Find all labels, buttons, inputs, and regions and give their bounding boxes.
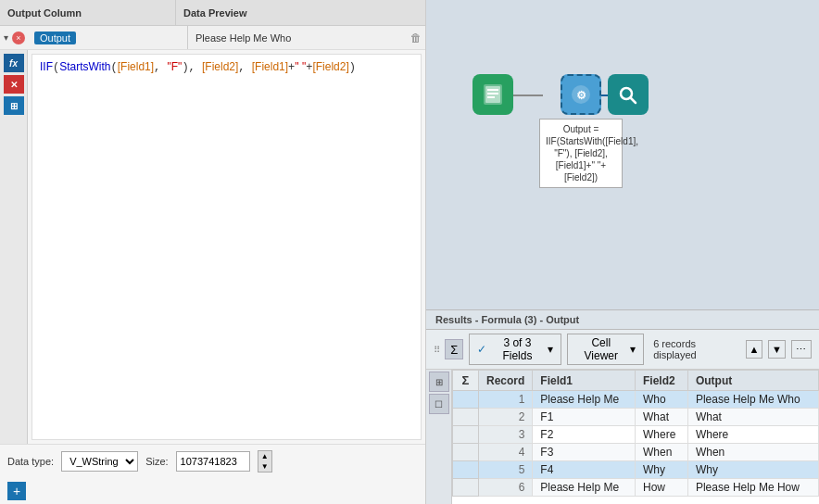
output-row: ▾ × Output Please Help Me Who 🗑: [0, 26, 425, 50]
row-select-cell: [453, 461, 479, 479]
browse-node[interactable]: [608, 74, 649, 115]
table-row[interactable]: 2F1WhatWhat: [453, 409, 819, 426]
record-num-cell: 6: [479, 479, 533, 497]
output-cell: Why: [687, 461, 818, 479]
record-num-cell: 4: [479, 444, 533, 461]
sort-asc-button[interactable]: ▲: [746, 340, 763, 359]
chevron-icon[interactable]: ▾: [4, 32, 8, 43]
col-field1: Field1: [533, 371, 636, 391]
results-table: Σ Record Field1 Field2 Output 1Please He…: [452, 370, 819, 504]
field1-cell: F3: [533, 444, 636, 461]
field1-cell: Please Help Me: [533, 391, 636, 409]
fields-label: 3 of 3 Fields: [490, 336, 544, 362]
trash-icon[interactable]: 🗑: [410, 32, 422, 44]
fields-chevron: ▾: [548, 343, 553, 356]
node-tooltip: Output = IIF(StartsWith([Field1], "F"), …: [539, 119, 623, 188]
grid-button[interactable]: ⊞: [4, 96, 24, 115]
svg-line-8: [631, 98, 636, 104]
row-select-cell: [453, 426, 479, 444]
results-header: Results - Formula (3) - Output: [426, 310, 819, 330]
col-record: Record: [479, 371, 533, 391]
results-toolbar: ⠿ Σ ✓ 3 of 3 Fields ▾ Cell Viewer ▾ 6 re…: [426, 330, 819, 370]
table-row[interactable]: 3F2WhereWhere: [453, 426, 819, 444]
record-num-cell: 3: [479, 426, 533, 444]
canvas-area: ⚙ Output = IIF(StartsWith([Field1], "F")…: [426, 0, 819, 309]
row-select-cell: [453, 391, 479, 409]
field2-cell: When: [635, 444, 687, 461]
field1-cell: F4: [533, 461, 636, 479]
datatype-row: Data type: V_WString Size: ▲ ▼: [0, 444, 425, 478]
records-count: 6 records displayed: [653, 338, 735, 360]
field2-cell: Who: [635, 391, 687, 409]
formula-icon: ⚙: [561, 74, 601, 115]
output-cell: Please Help Me Who: [687, 391, 818, 409]
cell-viewer-button[interactable]: Cell Viewer ▾: [567, 334, 644, 365]
input-node[interactable]: [472, 74, 513, 115]
preview-text: Please Help Me Who: [195, 32, 410, 44]
formula-editor[interactable]: IIF(StartsWith([Field1], "F"), [Field2],…: [32, 54, 422, 440]
input-icon: [472, 74, 513, 115]
results-content: ⊞ ☐ Σ Record Field1 Field2 Output: [426, 370, 819, 504]
size-input[interactable]: [176, 451, 250, 472]
col-field2: Field2: [635, 371, 687, 391]
select-icon[interactable]: ☐: [429, 394, 449, 414]
field2-cell: How: [635, 479, 687, 497]
datatype-label: Data type:: [7, 456, 54, 467]
field1-cell: F1: [533, 409, 636, 426]
fields-button[interactable]: ✓ 3 of 3 Fields ▾: [469, 334, 561, 365]
table-row[interactable]: 5F4WhyWhy: [453, 461, 819, 479]
table-row[interactable]: 1Please Help MeWhoPlease Help Me Who: [453, 391, 819, 409]
browse-icon: [608, 74, 649, 115]
left-icon-bar: ⊞ ☐: [426, 370, 452, 504]
record-num-cell: 1: [479, 391, 533, 409]
cell-viewer-label: Cell Viewer: [575, 336, 626, 362]
spin-down[interactable]: ▼: [258, 461, 271, 472]
spin-up[interactable]: ▲: [258, 451, 271, 461]
left-panel: Output Column Data Preview ▾ × Output Pl…: [0, 0, 426, 504]
table-icon[interactable]: ⊞: [429, 372, 449, 392]
output-col-header: Output Column: [0, 0, 176, 25]
results-panel: Results - Formula (3) - Output ⠿ Σ ✓ 3 o…: [426, 309, 819, 504]
output-tag: Output: [34, 32, 76, 44]
field1-cell: F2: [533, 426, 636, 444]
spinner[interactable]: ▲ ▼: [258, 450, 272, 472]
right-panel: ⚙ Output = IIF(StartsWith([Field1], "F")…: [426, 0, 819, 504]
record-num-cell: 2: [479, 409, 533, 426]
datatype-select[interactable]: V_WString: [61, 451, 138, 472]
cell-viewer-chevron: ▾: [630, 343, 636, 356]
table-row[interactable]: 6Please Help MeHowPlease Help Me How: [453, 479, 819, 497]
row-select-cell: [453, 444, 479, 461]
remove-output-button[interactable]: ×: [12, 32, 25, 44]
preview-col-header: Data Preview: [176, 7, 425, 19]
field1-cell: Please Help Me: [533, 479, 636, 497]
sort-desc-button[interactable]: ▼: [768, 340, 786, 359]
column-headers: Output Column Data Preview: [0, 0, 425, 26]
output-cell: Please Help Me How: [687, 479, 818, 497]
output-cell: What: [687, 409, 818, 426]
sigma-icon[interactable]: Σ: [445, 339, 463, 359]
more-button[interactable]: ⋯: [791, 340, 812, 359]
table-row[interactable]: 4F3WhenWhen: [453, 444, 819, 461]
output-cell: When: [687, 444, 818, 461]
row-select-cell: [453, 409, 479, 426]
col-output: Output: [687, 371, 818, 391]
size-label: Size:: [145, 456, 168, 467]
remove-button[interactable]: ✕: [4, 75, 24, 94]
fx-button[interactable]: fx: [4, 54, 24, 72]
row-select-cell: [453, 479, 479, 497]
field2-cell: Where: [635, 426, 687, 444]
output-cell: Where: [687, 426, 818, 444]
field2-cell: Why: [635, 461, 687, 479]
sigma-header: Σ: [453, 371, 479, 391]
check-icon: ✓: [477, 343, 486, 356]
record-num-cell: 5: [479, 461, 533, 479]
field2-cell: What: [635, 409, 687, 426]
svg-text:⚙: ⚙: [576, 89, 586, 102]
drag-handle: ⠿: [434, 345, 439, 355]
add-field-button[interactable]: +: [7, 482, 26, 500]
